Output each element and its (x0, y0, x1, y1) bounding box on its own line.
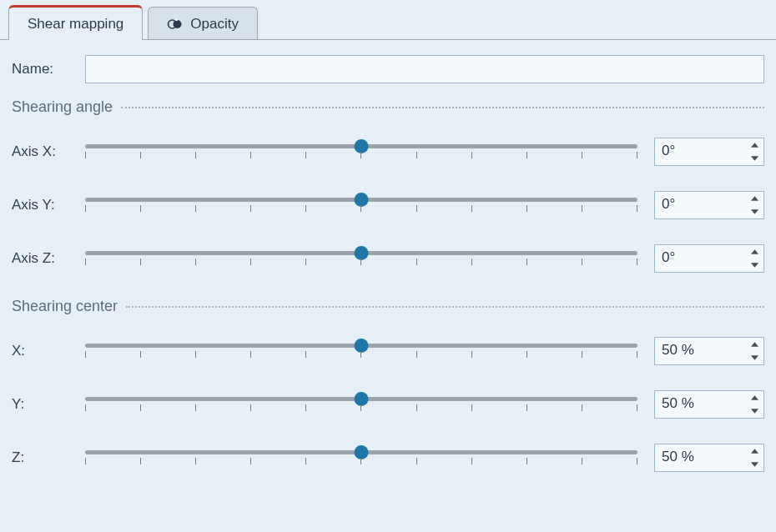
tab-label: Opacity (190, 16, 239, 33)
name-input[interactable] (85, 55, 764, 83)
stepper-up-icon[interactable] (745, 338, 763, 351)
center-z-spinbox[interactable]: 50 % (654, 444, 764, 472)
axis-z-row: Axis Z: 0° (12, 244, 764, 273)
stepper-up-icon[interactable] (745, 138, 763, 152)
stepper-down-icon[interactable] (745, 205, 763, 218)
center-x-slider[interactable] (85, 339, 637, 364)
stepper-down-icon[interactable] (745, 404, 763, 418)
center-y-row: Y: 50 % (12, 390, 764, 419)
spinbox-value: 0° (655, 245, 745, 272)
opacity-icon (167, 16, 184, 33)
stepper-down-icon[interactable] (745, 351, 763, 364)
section-header-angle: Shearing angle (12, 98, 764, 116)
section-title: Shearing center (12, 298, 118, 315)
axis-x-row: Axis X: 0° (12, 138, 764, 166)
stepper-down-icon[interactable] (745, 258, 763, 272)
shear-panel: Name: Shearing angle Axis X: 0° Axis Y: (0, 40, 776, 472)
axis-x-label: Axis X: (12, 143, 85, 160)
spinbox-value: 50 % (655, 444, 745, 471)
stepper-up-icon[interactable] (745, 192, 763, 205)
axis-y-spinbox[interactable]: 0° (654, 191, 764, 219)
section-title: Shearing angle (12, 98, 113, 116)
axis-z-label: Axis Z: (12, 250, 85, 267)
axis-y-label: Axis Y: (12, 197, 85, 213)
spinbox-value: 50 % (655, 391, 745, 418)
tab-opacity[interactable]: Opacity (148, 7, 258, 39)
stepper-up-icon[interactable] (745, 391, 763, 404)
name-label: Name: (12, 61, 85, 78)
center-x-row: X: 50 % (12, 337, 764, 365)
svg-rect-2 (175, 18, 178, 21)
tab-shear-mapping[interactable]: Shear mapping (8, 5, 143, 40)
center-x-label: X: (12, 343, 85, 359)
section-divider (121, 107, 764, 108)
center-y-label: Y: (12, 396, 85, 413)
spinbox-value: 0° (655, 138, 745, 165)
axis-z-spinbox[interactable]: 0° (654, 244, 764, 273)
tab-bar: Shear mapping Opacity (0, 0, 776, 40)
stepper-down-icon[interactable] (745, 152, 763, 165)
center-y-slider[interactable] (85, 392, 637, 417)
tab-label: Shear mapping (28, 16, 123, 33)
stepper-down-icon[interactable] (745, 458, 763, 471)
section-header-center: Shearing center (12, 298, 764, 315)
center-x-spinbox[interactable]: 50 % (654, 337, 764, 365)
axis-x-spinbox[interactable]: 0° (654, 138, 764, 166)
center-z-row: Z: 50 % (12, 444, 764, 472)
axis-y-slider[interactable] (85, 193, 637, 218)
axis-z-slider[interactable] (85, 246, 637, 271)
center-z-label: Z: (12, 449, 85, 466)
axis-x-slider[interactable] (85, 139, 637, 164)
stepper-up-icon[interactable] (745, 444, 763, 458)
name-row: Name: (12, 55, 764, 83)
center-z-slider[interactable] (85, 445, 637, 470)
stepper-up-icon[interactable] (745, 245, 763, 258)
spinbox-value: 0° (655, 192, 745, 218)
center-y-spinbox[interactable]: 50 % (654, 390, 764, 419)
svg-point-1 (174, 20, 182, 28)
axis-y-row: Axis Y: 0° (12, 191, 764, 219)
section-divider (126, 306, 764, 308)
spinbox-value: 50 % (655, 338, 745, 364)
